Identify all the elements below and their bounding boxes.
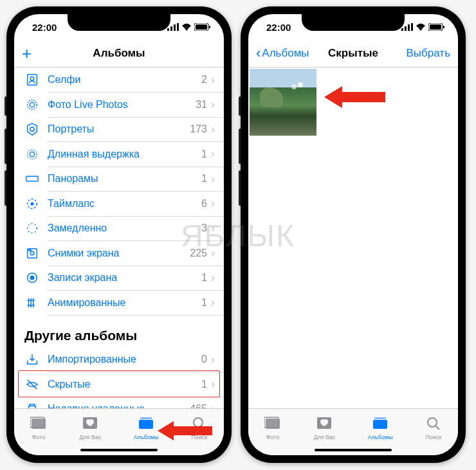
album-label: Таймлапс bbox=[48, 198, 95, 210]
album-count: 1 bbox=[201, 379, 207, 390]
tab-albums[interactable]: Альбомы bbox=[368, 416, 393, 440]
tab-label: Поиск bbox=[191, 434, 207, 440]
selfie-icon bbox=[23, 73, 41, 87]
slomo-icon bbox=[23, 221, 41, 235]
back-button[interactable]: ‹ Альбомы bbox=[256, 45, 309, 62]
tab-foryou[interactable]: Для Вас bbox=[79, 416, 101, 440]
phone-left: 22:00 + Альбомы Селфи2›Фото Live Photos3… bbox=[6, 6, 232, 463]
album-label: Селфи bbox=[48, 74, 80, 86]
album-label: Длинная выдержка bbox=[48, 149, 140, 160]
tab-label: Фото bbox=[32, 434, 46, 440]
wifi-icon bbox=[416, 23, 426, 31]
nav-bar: ‹ Альбомы Скрытые Выбрать bbox=[248, 40, 458, 68]
battery-icon bbox=[428, 23, 445, 31]
chevron-right-icon: › bbox=[211, 402, 215, 408]
album-count: 173 bbox=[190, 123, 207, 135]
svg-point-9 bbox=[30, 102, 34, 107]
add-button[interactable]: + bbox=[22, 44, 32, 64]
wifi-icon bbox=[181, 23, 192, 31]
chevron-right-icon: › bbox=[211, 271, 215, 285]
svg-point-22 bbox=[30, 276, 34, 280]
album-row-timelapse[interactable]: Таймлапс6› bbox=[14, 192, 224, 217]
svg-rect-31 bbox=[405, 26, 407, 31]
album-count: 1 bbox=[201, 149, 207, 160]
tab-label: Альбомы bbox=[368, 434, 393, 440]
chevron-right-icon: › bbox=[211, 353, 215, 366]
svg-point-16 bbox=[31, 203, 33, 205]
svg-point-42 bbox=[428, 418, 437, 427]
chevron-right-icon: › bbox=[211, 197, 215, 210]
album-row-screenrec[interactable]: Записи экрана1› bbox=[14, 266, 224, 291]
chevron-right-icon: › bbox=[211, 296, 215, 309]
battery-icon bbox=[194, 23, 211, 31]
tab-foryou[interactable]: Для Вас bbox=[313, 416, 335, 440]
svg-rect-35 bbox=[430, 24, 441, 30]
status-time: 22:00 bbox=[266, 22, 291, 33]
tab-photos[interactable]: Фото bbox=[30, 416, 47, 440]
tab-albums[interactable]: Альбомы bbox=[134, 416, 159, 440]
svg-rect-36 bbox=[443, 26, 444, 28]
album-row-screenshots[interactable]: Снимки экрана225› bbox=[14, 241, 224, 266]
album-count: 0 bbox=[201, 354, 207, 365]
album-row-imported[interactable]: Импортированные0› bbox=[14, 347, 224, 372]
album-row-panoramas[interactable]: Панорамы1› bbox=[14, 167, 224, 192]
tab-search[interactable]: Поиск bbox=[425, 416, 442, 440]
album-row-livephotos[interactable]: Фото Live Photos31› bbox=[14, 93, 224, 118]
home-indicator[interactable] bbox=[80, 449, 158, 451]
tab-search[interactable]: Поиск bbox=[191, 416, 208, 440]
nav-title: Альбомы bbox=[14, 47, 224, 60]
album-label: Импортированные bbox=[48, 354, 136, 365]
svg-rect-3 bbox=[177, 23, 179, 31]
album-label: Фото Live Photos bbox=[48, 99, 128, 111]
chevron-right-icon: › bbox=[211, 123, 215, 136]
back-chevron-icon: ‹ bbox=[256, 45, 261, 62]
album-row-longexposure[interactable]: Длинная выдержка1› bbox=[14, 142, 224, 167]
photos-tab-icon bbox=[30, 416, 47, 433]
album-row-animated[interactable]: Анимированные1› bbox=[14, 291, 224, 316]
svg-rect-27 bbox=[139, 420, 153, 429]
svg-point-11 bbox=[30, 127, 34, 131]
notch bbox=[68, 14, 170, 31]
chevron-right-icon: › bbox=[211, 98, 215, 111]
svg-point-8 bbox=[30, 77, 34, 81]
photo-grid bbox=[248, 68, 458, 408]
tab-label: Поиск bbox=[425, 434, 441, 440]
svg-rect-33 bbox=[411, 23, 413, 31]
portraits-icon bbox=[23, 122, 41, 136]
album-count: 3 bbox=[201, 222, 207, 234]
album-count: 31 bbox=[196, 99, 207, 111]
chevron-right-icon: › bbox=[211, 246, 215, 260]
album-count: 6 bbox=[201, 198, 207, 210]
album-count: 1 bbox=[201, 173, 207, 185]
svg-rect-1 bbox=[170, 26, 172, 31]
nav-bar: + Альбомы bbox=[14, 40, 224, 68]
svg-point-13 bbox=[28, 149, 37, 159]
album-label: Записи экрана bbox=[48, 272, 117, 284]
albums-tab-icon bbox=[372, 416, 389, 433]
notch bbox=[302, 14, 405, 31]
album-row-slomo[interactable]: Замедленно3› bbox=[14, 216, 224, 241]
screenrec-icon bbox=[23, 271, 41, 285]
album-row-hidden[interactable]: Скрытые1› bbox=[14, 372, 224, 397]
home-indicator[interactable] bbox=[315, 449, 392, 451]
chevron-right-icon: › bbox=[211, 222, 215, 235]
svg-point-19 bbox=[30, 251, 34, 255]
select-button[interactable]: Выбрать bbox=[407, 47, 450, 60]
chevron-right-icon: › bbox=[211, 147, 215, 161]
tab-label: Фото bbox=[266, 434, 280, 440]
album-row-portraits[interactable]: Портреты173› bbox=[14, 117, 224, 142]
other-albums-header: Другие альбомы bbox=[14, 315, 224, 347]
albums-list: Селфи2›Фото Live Photos31›Портреты173›Дл… bbox=[14, 68, 224, 408]
album-label: Панорамы bbox=[48, 173, 98, 185]
tab-photos[interactable]: Фото bbox=[264, 416, 281, 440]
photo-thumbnail[interactable] bbox=[250, 69, 316, 136]
album-row-selfie[interactable]: Селфи2› bbox=[14, 68, 224, 93]
livephotos-icon bbox=[23, 98, 41, 112]
hidden-icon bbox=[23, 377, 41, 392]
album-row-deleted[interactable]: Недавно удаленные465› bbox=[14, 397, 224, 408]
svg-rect-20 bbox=[29, 249, 32, 250]
album-count: 465 bbox=[190, 403, 207, 408]
svg-rect-7 bbox=[28, 75, 37, 86]
albums-tab-icon bbox=[138, 416, 154, 433]
album-count: 1 bbox=[201, 297, 207, 309]
